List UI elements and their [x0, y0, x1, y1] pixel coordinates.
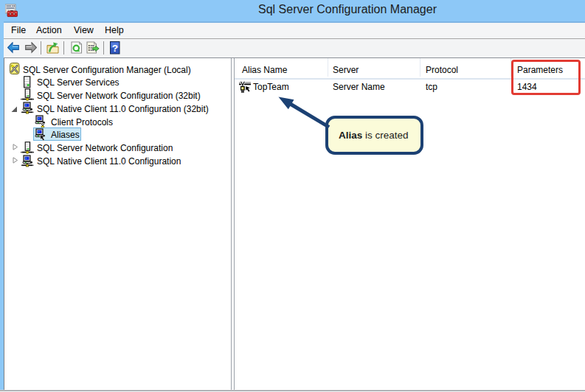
- svg-text:?: ?: [112, 43, 118, 54]
